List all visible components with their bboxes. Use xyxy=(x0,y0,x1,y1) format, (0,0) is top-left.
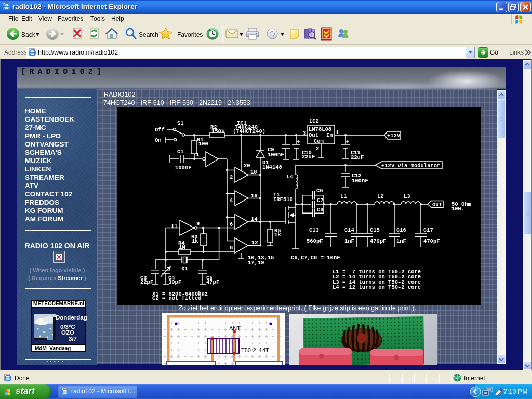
svg-text:C15: C15 xyxy=(370,227,380,233)
svg-text:12: 12 xyxy=(251,240,258,246)
svg-text:C16: C16 xyxy=(396,227,406,233)
svg-text:+12V: +12V xyxy=(387,132,401,139)
svg-text:C13: C13 xyxy=(309,227,319,233)
svg-text:IC2: IC2 xyxy=(309,118,319,124)
svg-text:C8: C8 xyxy=(317,207,324,213)
svg-text:(74HCT240): (74HCT240) xyxy=(233,128,265,135)
svg-text:+12V via modulator: +12V via modulator xyxy=(381,163,440,169)
svg-text:17,19: 17,19 xyxy=(248,260,264,266)
svg-text:20: 20 xyxy=(244,163,250,169)
svg-text:C14: C14 xyxy=(344,227,354,233)
svg-text:C1: C1 xyxy=(177,149,184,155)
svg-text:1nF: 1nF xyxy=(396,238,406,244)
svg-text:22uF: 22uF xyxy=(302,154,315,160)
svg-text:L1: L1 xyxy=(340,193,347,200)
svg-text:1k: 1k xyxy=(274,232,281,238)
svg-text:T50-2 14T: T50-2 14T xyxy=(241,347,269,353)
svg-text:1: 1 xyxy=(196,152,199,158)
svg-text:In: In xyxy=(326,132,333,138)
svg-text:100nF: 100nF xyxy=(268,152,284,158)
svg-text:22pF: 22pF xyxy=(140,279,153,285)
svg-text:1M: 1M xyxy=(179,244,185,250)
svg-text:6: 6 xyxy=(230,221,233,228)
svg-text:L2: L2 xyxy=(377,193,384,200)
svg-text:C6,C7,C8 = 10nF: C6,C7,C8 = 10nF xyxy=(291,255,340,261)
svg-text:L4 = 12 turns on T50-2 core: L4 = 12 turns on T50-2 core xyxy=(332,284,421,290)
svg-text:C17: C17 xyxy=(423,227,433,233)
svg-text:9: 9 xyxy=(196,221,200,227)
svg-text:22uF: 22uF xyxy=(351,154,364,161)
svg-text:1: 1 xyxy=(336,129,339,136)
svg-text:Out: Out xyxy=(309,132,318,138)
svg-text:100: 100 xyxy=(198,141,208,147)
svg-text:L3: L3 xyxy=(404,193,410,200)
svg-text:C2 = not fitted: C2 = not fitted xyxy=(152,295,202,301)
svg-text:14: 14 xyxy=(251,216,258,222)
svg-text:IRF510: IRF510 xyxy=(273,196,293,203)
svg-text:C7: C7 xyxy=(317,197,324,204)
svg-text:X1: X1 xyxy=(181,265,188,272)
svg-text:C6: C6 xyxy=(316,188,323,194)
svg-text:100nF: 100nF xyxy=(352,178,368,184)
svg-text:18: 18 xyxy=(250,169,257,175)
svg-text:2: 2 xyxy=(316,145,319,152)
svg-text:3: 3 xyxy=(303,130,306,136)
svg-text:S1: S1 xyxy=(177,120,184,126)
svg-text:L4: L4 xyxy=(287,174,294,180)
svg-text:100nF: 100nF xyxy=(175,165,192,171)
svg-text:2: 2 xyxy=(230,174,233,180)
svg-text:47pF: 47pF xyxy=(206,279,219,285)
svg-text:16: 16 xyxy=(251,193,258,199)
svg-text:11: 11 xyxy=(171,223,178,230)
svg-text:8: 8 xyxy=(230,245,233,251)
svg-text:560pF: 560pF xyxy=(307,238,323,244)
svg-text:470pF: 470pF xyxy=(370,238,387,244)
svg-text:10W.: 10W. xyxy=(451,206,464,212)
svg-text:4: 4 xyxy=(230,197,233,204)
svg-text:OUT: OUT xyxy=(432,202,442,208)
svg-text:Off: Off xyxy=(155,127,165,133)
svg-text:30pF: 30pF xyxy=(168,279,181,285)
svg-text:1nF: 1nF xyxy=(344,238,354,244)
svg-text:Com: Com xyxy=(314,138,324,144)
svg-text:On: On xyxy=(155,137,162,143)
svg-text:1k: 1k xyxy=(192,238,198,244)
svg-text:1N4148: 1N4148 xyxy=(262,164,282,170)
svg-text:150k: 150k xyxy=(211,128,224,135)
svg-text:470pF: 470pF xyxy=(423,238,440,244)
